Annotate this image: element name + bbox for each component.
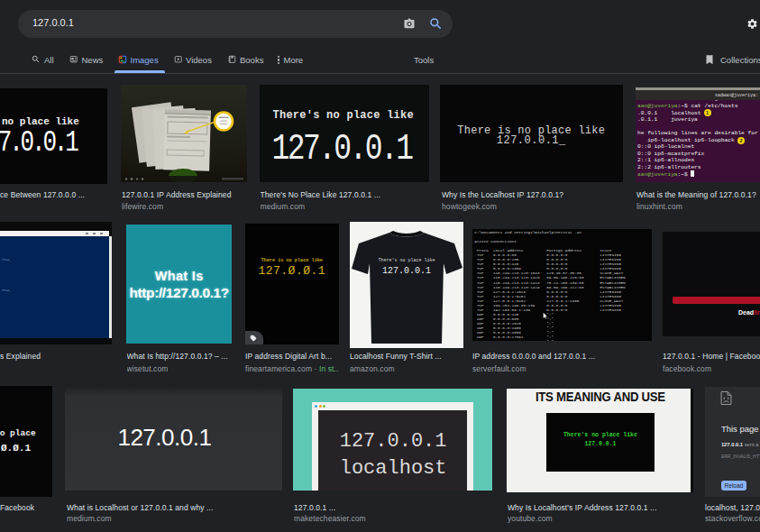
svg-text:127.0.0.1: 127.0.0.1	[382, 266, 431, 276]
svg-text:There's no place like: There's no place like	[378, 258, 435, 262]
